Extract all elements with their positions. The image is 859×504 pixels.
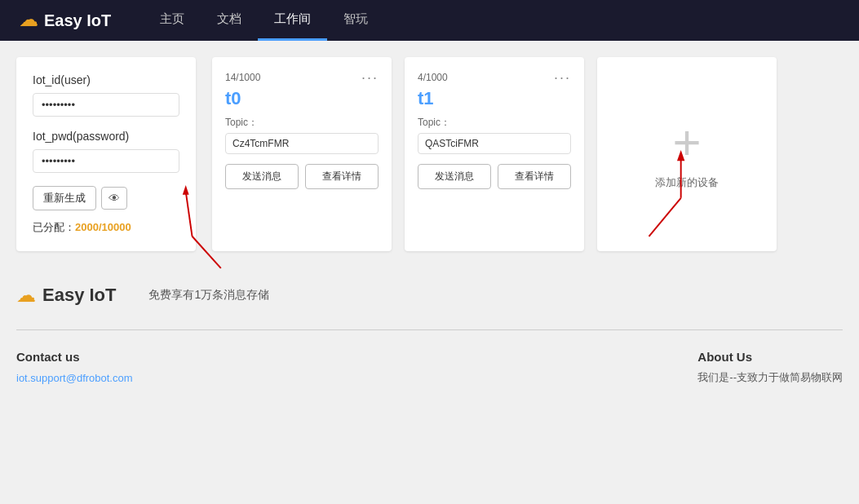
nav-link-workspace[interactable]: 工作间	[258, 0, 327, 41]
eye-button[interactable]: 👁	[101, 187, 127, 210]
card-topic-label-1: Topic：	[418, 116, 571, 130]
navbar: ☁ Easy IoT 主页 文档 工作间 智玩	[0, 0, 859, 41]
footer-logo: ☁ Easy IoT	[16, 284, 116, 307]
allocation-info: 已分配：2000/10000	[33, 220, 179, 235]
send-msg-button-0[interactable]: 发送消息	[225, 164, 299, 189]
footer-contact: Contact us iot.support@dfrobot.com	[16, 350, 133, 385]
eye-icon: 👁	[108, 192, 120, 205]
card-menu-0[interactable]: ···	[361, 70, 379, 85]
device-card-0: 14/1000 ··· t0 Topic： 发送消息 查看详情	[212, 57, 392, 251]
footer-logo-text: Easy IoT	[42, 285, 116, 306]
view-detail-button-0[interactable]: 查看详情	[305, 164, 379, 189]
nav-links: 主页 文档 工作间 智玩	[144, 0, 384, 41]
iot-pwd-label: Iot_pwd(password)	[33, 130, 179, 143]
nav-link-play[interactable]: 智玩	[327, 0, 384, 41]
main-container: Iot_id(user) Iot_pwd(password) 重新生成 👁 已分…	[0, 41, 859, 267]
cards-container: 14/1000 ··· t0 Topic： 发送消息 查看详情 4/1000 ·…	[212, 57, 843, 251]
card-buttons-1: 发送消息 查看详情	[418, 164, 571, 189]
view-detail-button-1[interactable]: 查看详情	[498, 164, 571, 189]
card-topic-input-0[interactable]	[225, 133, 379, 154]
iot-id-label: Iot_id(user)	[33, 73, 179, 86]
nav-link-docs[interactable]: 文档	[201, 0, 258, 41]
send-msg-button-1[interactable]: 发送消息	[418, 164, 491, 189]
card-header-0: 14/1000 ···	[225, 70, 379, 85]
card-title-1: t1	[418, 88, 571, 109]
card-header-1: 4/1000 ···	[418, 70, 571, 85]
nav-logo: ☁ Easy IoT	[20, 10, 111, 31]
footer-about-title: About Us	[697, 350, 843, 364]
add-device-label: 添加新的设备	[655, 175, 719, 190]
device-card-1: 4/1000 ··· t1 Topic： 发送消息 查看详情	[405, 57, 584, 251]
plus-icon: +	[672, 118, 701, 167]
footer-contact-email[interactable]: iot.support@dfrobot.com	[16, 372, 133, 384]
footer-about: About Us 我们是--支致力于做简易物联网	[697, 350, 843, 385]
nav-link-home[interactable]: 主页	[144, 0, 201, 41]
footer-contact-title: Contact us	[16, 350, 133, 364]
logo-cloud-icon: ☁	[20, 10, 38, 31]
footer-area: ☁ Easy IoT 免费享有1万条消息存储 Contact us iot.su…	[0, 267, 859, 395]
footer-about-text: 我们是--支致力于做简易物联网	[697, 370, 843, 385]
footer-tagline: 免费享有1万条消息存储	[148, 288, 269, 303]
sidebar: Iot_id(user) Iot_pwd(password) 重新生成 👁 已分…	[16, 57, 196, 251]
card-topic-label-0: Topic：	[225, 116, 379, 130]
add-device-card[interactable]: + 添加新的设备	[597, 57, 777, 251]
card-count-0: 14/1000	[225, 72, 260, 83]
card-title-0: t0	[225, 88, 379, 109]
footer-cloud-icon: ☁	[16, 284, 36, 307]
footer-divider	[16, 329, 843, 330]
card-menu-1[interactable]: ···	[554, 70, 571, 85]
card-topic-input-1[interactable]	[418, 133, 571, 154]
regenerate-button[interactable]: 重新生成	[33, 186, 96, 210]
footer-columns: Contact us iot.support@dfrobot.com About…	[16, 340, 843, 395]
iot-id-input[interactable]	[33, 93, 179, 117]
iot-pwd-input[interactable]	[33, 149, 179, 173]
logo-text: Easy IoT	[44, 11, 111, 30]
card-buttons-0: 发送消息 查看详情	[225, 164, 379, 189]
card-count-1: 4/1000	[418, 72, 448, 83]
sidebar-actions: 重新生成 👁	[33, 186, 179, 210]
